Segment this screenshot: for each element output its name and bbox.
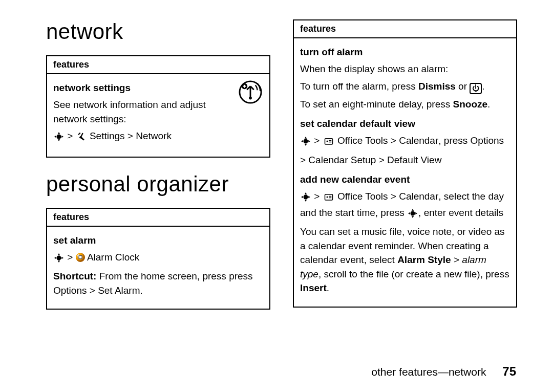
footer-text: other features—network (371, 366, 486, 378)
desc-network-settings: See network information and adjust netwo… (53, 98, 227, 126)
turn-off-line3: To set an eight-minute delay, press Snoo… (300, 97, 510, 112)
features-box-right: features turn off alarm When the display… (293, 19, 517, 308)
path-cal-default-view-2: > Calendar Setup > Default View (300, 153, 510, 167)
features-box-network: features network settings See network in… (46, 55, 270, 158)
path-set-alarm: > Alarm Clock (53, 250, 263, 267)
center-key-icon (408, 208, 417, 222)
path-network-settings: > Settings > Network (53, 129, 263, 145)
center-key-icon (54, 252, 63, 267)
page-number: 75 (502, 364, 516, 378)
subhead-add-event: add new calendar event (300, 174, 510, 185)
add-event-line: > Office Tools > Calendar, select the da… (300, 189, 510, 222)
shortcut-text: Shortcut: From the home screen, press pr… (53, 269, 263, 297)
subhead-turn-off-alarm: turn off alarm (300, 47, 510, 58)
box-header: features (47, 56, 269, 74)
center-key-icon (54, 131, 63, 145)
heading-network: network (46, 19, 270, 44)
turn-off-line1: When the display shows an alarm: (300, 62, 510, 76)
heading-personal-organizer: personal organizer (46, 172, 270, 197)
subhead-network-settings: network settings (53, 82, 263, 94)
box-header: features (47, 209, 269, 227)
turn-off-line2: To turn off the alarm, press Dismiss or … (300, 79, 510, 94)
reminder-paragraph: You can set a music file, voice note, or… (300, 225, 510, 295)
office-tools-icon (324, 136, 334, 150)
center-key-icon (301, 191, 310, 206)
features-box-organizer: features set alarm > Alarm Clock Shortcu… (46, 208, 270, 310)
tools-icon (77, 131, 86, 145)
subhead-cal-default-view: set calendar default view (300, 118, 510, 129)
center-key-icon (301, 136, 310, 150)
subhead-set-alarm: set alarm (53, 235, 263, 246)
office-tools-icon (324, 191, 334, 206)
network-badge-icon (239, 80, 262, 106)
box-header: features (294, 20, 516, 38)
page-footer: other features—network 75 (371, 364, 516, 379)
end-key-icon: ⏻ (470, 83, 482, 94)
alarm-clock-icon (76, 253, 85, 262)
path-cal-default-view: > Office Tools > Calendar, press Options (300, 134, 510, 150)
